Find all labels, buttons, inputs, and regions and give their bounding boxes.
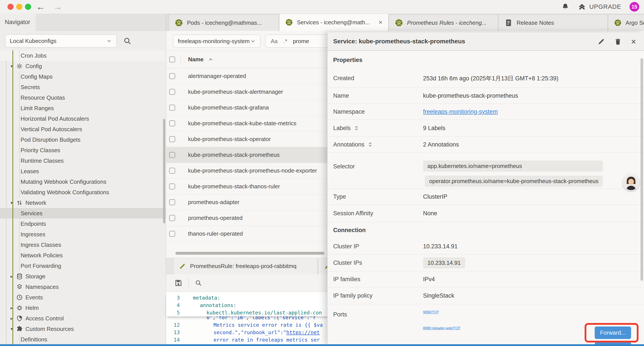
minimize-window-button[interactable]	[16, 4, 22, 10]
back-button[interactable]: ←	[35, 1, 46, 12]
sidebar-item-horizontal-pod-autoscalers[interactable]: Horizontal Pod Autoscalers	[0, 113, 166, 124]
kubernetes-icon	[395, 19, 403, 27]
titlebar: ← → UPGRADE 15	[0, 0, 644, 13]
close-tab-icon[interactable]: ×	[378, 19, 382, 26]
tab-argo[interactable]: Argo Se	[608, 14, 644, 31]
ip-families-value: IPv4	[423, 276, 435, 283]
sidebar-item-ingress-classes[interactable]: Ingress Classes	[0, 240, 166, 250]
sort-ascending-icon[interactable]	[208, 57, 213, 62]
row-checkbox[interactable]	[169, 199, 175, 205]
regex-toggle[interactable]: .*	[284, 38, 287, 45]
created-value: 253d 16h 6m ago (2025年1月13日 GMT+8 1:25:3…	[423, 74, 558, 82]
sidebar-scrollbar[interactable]	[163, 119, 165, 223]
sidebar-item-resource-quotas[interactable]: Resource Quotas	[0, 92, 166, 103]
type-value: ClusterIP	[423, 193, 448, 200]
tab-pods[interactable]: Pods - icecheng@mathmas...	[169, 14, 279, 31]
sidebar-item-events[interactable]: Events	[0, 292, 166, 303]
sidebar-item-pod-disruption-budgets[interactable]: Pod Disruption Budgets	[0, 134, 166, 145]
sidebar-item-definitions[interactable]: Definitions	[0, 334, 166, 345]
match-case-toggle[interactable]: Aa	[271, 38, 278, 45]
name-column-header[interactable]: Name	[188, 56, 204, 63]
kubeconfig-selector[interactable]: Local Kubeconfigs	[5, 34, 116, 47]
sidebar-item-limit-ranges[interactable]: Limit Ranges	[0, 103, 166, 113]
sidebar-item-endpoints[interactable]: Endpoints	[0, 219, 166, 229]
navigator-tab[interactable]: Navigator	[0, 13, 36, 31]
labels-row: Labels 9 Labels	[328, 120, 644, 137]
edit-pencil-icon[interactable]	[598, 38, 605, 45]
sidebar-item-services[interactable]: Services	[0, 208, 166, 219]
assistant-avatar[interactable]	[623, 175, 639, 191]
sidebar-group-access-control[interactable]: ▸ Access Control	[0, 313, 166, 324]
sidebar-item-priority-classes[interactable]: Priority Classes	[0, 145, 166, 155]
expand-labels-icon[interactable]	[354, 125, 359, 131]
namespace-row: Namespace freeleaps-monitoring-system	[328, 104, 644, 120]
row-checkbox[interactable]	[169, 152, 175, 158]
upgrade-button[interactable]: UPGRADE	[578, 2, 621, 11]
sidebar-item-cron-jobs[interactable]: Cron Jobs	[0, 50, 166, 61]
forward-button[interactable]: →	[52, 1, 63, 12]
tab-prometheus-rules[interactable]: Prometheus Rules - icecheng...	[389, 14, 498, 31]
sidebar-item-vertical-pod-autoscalers[interactable]: Vertical Pod Autoscalers	[0, 124, 166, 134]
sidebar-group-network[interactable]: ▾ Network	[0, 198, 166, 208]
puzzle-icon	[16, 326, 23, 332]
notification-count-badge[interactable]: 15	[630, 2, 639, 11]
editor-search-icon[interactable]	[195, 280, 202, 287]
sidebar-item-secrets[interactable]: Secrets	[0, 82, 166, 92]
created-row: Created 253d 16h 6m ago (2025年1月13日 GMT+…	[328, 69, 644, 88]
row-checkbox[interactable]	[169, 105, 175, 111]
up-down-arrows-icon	[16, 200, 23, 206]
sidebar-item-namespaces[interactable]: Namespaces	[0, 282, 166, 292]
select-all-checkbox[interactable]	[169, 56, 175, 62]
sidebar-item-runtime-classes[interactable]: Runtime Classes	[0, 155, 166, 166]
sidebar-item-ingresses[interactable]: Ingresses	[0, 229, 166, 240]
tab-release-notes[interactable]: Release Notes	[498, 14, 608, 31]
editor-tab-prometheusrule[interactable]: PrometheusRule: freeleaps-prod-rabbitmq	[173, 258, 318, 274]
row-checkbox[interactable]	[169, 136, 175, 142]
close-panel-icon[interactable]: ×	[631, 38, 636, 45]
row-checkbox[interactable]	[169, 215, 175, 221]
row-checkbox[interactable]	[169, 231, 175, 237]
sidebar-item-validating-webhook-configurations[interactable]: Validating Webhook Configurations	[0, 187, 166, 198]
sidebar-group-custom-resources[interactable]: ▾ Custom Resources	[0, 324, 166, 334]
sidebar-group-storage[interactable]: ▸ Storage	[0, 271, 166, 282]
sidebar-item-leases[interactable]: Leases	[0, 166, 166, 177]
service-detail-panel: Service: kube-prometheus-stack-prometheu…	[327, 32, 644, 345]
tab-services[interactable]: Services - icecheng@math... ×	[279, 13, 388, 31]
expand-annotations-icon[interactable]	[368, 142, 373, 147]
row-checkbox[interactable]	[169, 120, 175, 126]
connection-section-title: Connection	[328, 222, 644, 239]
cluster-ips-row: Cluster IPs 10.233.14.91	[328, 255, 644, 271]
selector-chip: app.kubernetes.io/name=prometheus	[423, 161, 603, 172]
labels-count: 9 Labels	[423, 125, 446, 132]
name-value: kube-prometheus-stack-prometheus	[423, 92, 518, 99]
detail-scrollbar[interactable]	[640, 58, 643, 281]
sidebar-group-config[interactable]: ▾ Config	[0, 61, 166, 71]
row-checkbox[interactable]	[169, 89, 175, 95]
runbook-url-link[interactable]: https://net	[286, 330, 320, 335]
sidebar-item-port-forwarding[interactable]: Port Forwarding	[0, 261, 166, 271]
navigator-sidebar: Navigator Local Kubeconfigs Cron Jobs ▾ …	[0, 13, 166, 345]
sidebar-item-config-maps[interactable]: Config Maps	[0, 71, 166, 82]
namespace-link[interactable]: freeleaps-monitoring-system	[423, 108, 498, 115]
sidebar-search-icon[interactable]	[123, 37, 132, 45]
sidebar-item-mutating-webhook-configurations[interactable]: Mutating Webhook Configurations	[0, 177, 166, 187]
port-9090-link[interactable]: 9090/TCP	[423, 310, 439, 314]
notifications-bell-icon[interactable]	[561, 3, 569, 11]
database-icon	[16, 273, 23, 280]
sidebar-group-helm[interactable]: ▸ Helm	[0, 303, 166, 313]
delete-trash-icon[interactable]	[614, 38, 622, 45]
port-8080-link[interactable]: 8080:reloader-web/TCP	[423, 326, 460, 330]
close-window-button[interactable]	[8, 4, 14, 10]
row-checkbox[interactable]	[169, 184, 175, 189]
save-icon[interactable]	[174, 279, 182, 287]
row-checkbox[interactable]	[169, 73, 175, 79]
maximize-window-button[interactable]	[25, 4, 31, 10]
row-checkbox[interactable]	[169, 168, 175, 174]
layers-icon	[16, 284, 23, 290]
clock-icon	[16, 294, 23, 301]
namespace-selector[interactable]: freeleaps-monitoring-system	[173, 34, 260, 48]
upgrade-label: UPGRADE	[590, 3, 621, 10]
chevron-right-icon: ▸	[9, 274, 14, 279]
horizontal-scrollbar[interactable]	[175, 252, 324, 255]
sidebar-item-network-policies[interactable]: Network Policies	[0, 250, 166, 261]
